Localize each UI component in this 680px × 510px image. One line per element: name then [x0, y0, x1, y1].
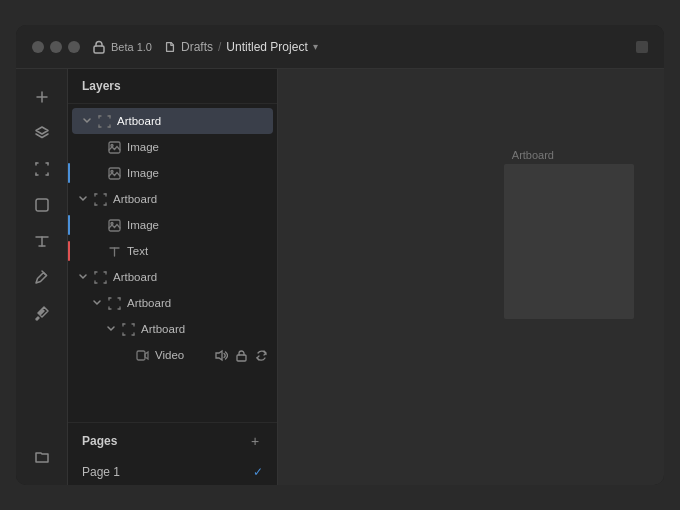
layer-name: Artboard: [141, 323, 269, 335]
layer-name: Artboard: [117, 115, 265, 127]
main-content: Layers ArtboardImageImageArtboardImageTe…: [16, 69, 664, 485]
video-icon: [134, 347, 150, 363]
traffic-light-close[interactable]: [32, 41, 44, 53]
titlebar-controls: [636, 41, 648, 53]
layer-chevron: [90, 244, 104, 258]
canvas-area[interactable]: Artboard: [278, 69, 664, 485]
pages-title: Pages: [82, 434, 247, 448]
image-icon: [106, 139, 122, 155]
layers-title: Layers: [82, 79, 121, 93]
layer-chevron: [90, 218, 104, 232]
folder-icon: [34, 449, 50, 465]
breadcrumb-chevron: ▾: [313, 41, 318, 52]
rectangle-icon: [34, 197, 50, 213]
svg-line-16: [43, 273, 46, 276]
pages-section: Pages + Page 1 ✓: [68, 422, 277, 485]
artboard-canvas-label: Artboard: [512, 149, 554, 161]
svg-rect-0: [94, 46, 104, 53]
svg-marker-66: [216, 351, 222, 360]
rect-tool[interactable]: [26, 189, 58, 221]
layer-name: Image: [127, 167, 269, 179]
titlebar-lock-badge: Beta 1.0: [92, 40, 152, 54]
panels: Layers ArtboardImageImageArtboardImageTe…: [68, 69, 664, 485]
layer-name: Artboard: [127, 297, 269, 309]
layer-item[interactable]: Text: [68, 238, 277, 264]
layer-name: Image: [127, 219, 269, 231]
traffic-light-max[interactable]: [68, 41, 80, 53]
frame-tool[interactable]: [26, 153, 58, 185]
svg-rect-65: [137, 351, 145, 360]
titlebar: Beta 1.0 Drafts / Untitled Project ▾: [16, 25, 664, 69]
layer-item[interactable]: Artboard: [68, 186, 277, 212]
layer-item[interactable]: Video: [68, 342, 277, 368]
text-icon: [106, 243, 122, 259]
layers-tool[interactable]: [26, 117, 58, 149]
frame-icon: [92, 191, 108, 207]
traffic-light-min[interactable]: [50, 41, 62, 53]
loop-icon[interactable]: [253, 347, 269, 363]
breadcrumb-sep: /: [218, 40, 221, 54]
page-name: Page 1: [82, 465, 253, 479]
traffic-lights: [32, 41, 80, 53]
folder-tool[interactable]: [26, 441, 58, 473]
svg-rect-67: [237, 355, 246, 361]
layer-chevron[interactable]: [76, 192, 90, 206]
layer-chevron[interactable]: [76, 270, 90, 284]
layer-name: Image: [127, 141, 269, 153]
layer-item[interactable]: Image: [68, 134, 277, 160]
file-icon: [164, 41, 176, 53]
svg-marker-3: [36, 127, 48, 134]
breadcrumb-drafts[interactable]: Drafts: [181, 40, 213, 54]
image-icon: [106, 165, 122, 181]
frame-icon: [120, 321, 136, 337]
layer-item[interactable]: Image: [68, 160, 277, 186]
layers-icon: [34, 125, 50, 141]
left-toolbar: [16, 69, 68, 485]
artboard-frame: [504, 164, 634, 319]
svg-rect-12: [36, 199, 48, 211]
dropper-tool[interactable]: [26, 297, 58, 329]
layers-tree[interactable]: ArtboardImageImageArtboardImageTextArtbo…: [68, 104, 277, 422]
lock-icon[interactable]: [233, 347, 249, 363]
image-icon: [106, 217, 122, 233]
layer-name: Video: [155, 349, 213, 361]
add-tool[interactable]: [26, 81, 58, 113]
page-active-check: ✓: [253, 465, 263, 479]
text-icon: [34, 233, 50, 249]
titlebar-btn-1[interactable]: [636, 41, 648, 53]
layer-chevron[interactable]: [90, 296, 104, 310]
layers-panel: Layers ArtboardImageImageArtboardImageTe…: [68, 69, 278, 485]
pen-icon: [34, 269, 50, 285]
layer-name: Artboard: [113, 193, 269, 205]
frame-icon: [106, 295, 122, 311]
pages-header[interactable]: Pages +: [68, 423, 277, 459]
layer-chevron[interactable]: [104, 322, 118, 336]
page-item[interactable]: Page 1 ✓: [68, 459, 277, 485]
frame-icon: [92, 269, 108, 285]
layer-chevron: [90, 140, 104, 154]
breadcrumb-project[interactable]: Untitled Project: [226, 40, 307, 54]
layer-chevron: [118, 348, 132, 362]
layer-name: Artboard: [113, 271, 269, 283]
layer-item[interactable]: Artboard: [72, 108, 273, 134]
layers-header: Layers: [68, 69, 277, 104]
layer-item[interactable]: Artboard: [68, 316, 277, 342]
layer-actions: [213, 347, 269, 363]
layer-item[interactable]: Artboard: [68, 264, 277, 290]
dropper-icon: [34, 305, 50, 321]
lock-icon: [92, 40, 106, 54]
volume-icon[interactable]: [213, 347, 229, 363]
layer-name: Text: [127, 245, 269, 257]
text-tool[interactable]: [26, 225, 58, 257]
layer-item[interactable]: Image: [68, 212, 277, 238]
frame-icon: [96, 113, 112, 129]
add-icon: [34, 89, 50, 105]
breadcrumb: Drafts / Untitled Project ▾: [164, 40, 318, 54]
beta-label: Beta 1.0: [111, 41, 152, 53]
add-page-button[interactable]: +: [247, 433, 263, 449]
screen: Beta 1.0 Drafts / Untitled Project ▾: [16, 25, 664, 485]
layer-chevron[interactable]: [80, 114, 94, 128]
layer-item[interactable]: Artboard: [68, 290, 277, 316]
frame-icon: [34, 161, 50, 177]
pen-tool[interactable]: [26, 261, 58, 293]
